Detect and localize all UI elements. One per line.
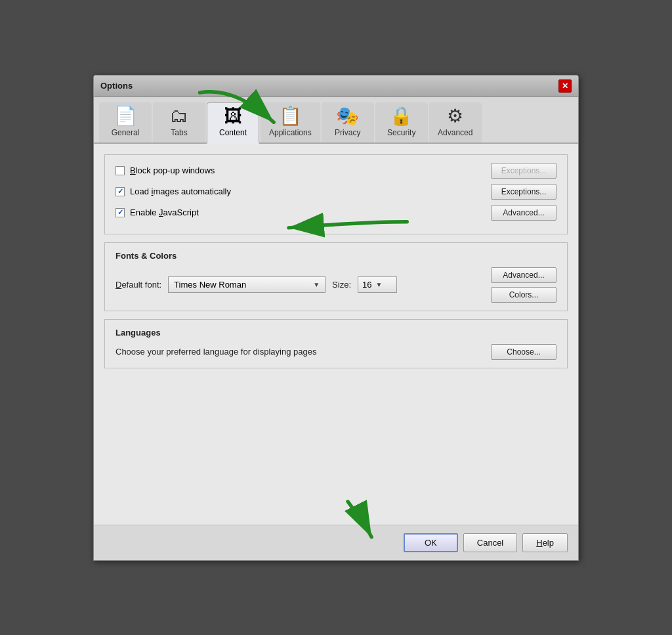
enable-js-label: Enable JavaScript bbox=[130, 208, 199, 217]
enable-js-checkbox[interactable] bbox=[116, 208, 125, 217]
font-dropdown-arrow: ▼ bbox=[313, 281, 320, 288]
block-popup-checkbox[interactable] bbox=[116, 166, 125, 175]
tabs-icon: 🗂 bbox=[170, 107, 188, 125]
tab-security-label: Security bbox=[387, 128, 415, 137]
popup-section: Block pop-up windows Exceptions... Load … bbox=[104, 154, 568, 234]
tab-privacy-label: Privacy bbox=[335, 128, 360, 137]
block-popup-exceptions-button[interactable]: Exceptions... bbox=[491, 163, 556, 179]
tab-content-label: Content bbox=[219, 128, 247, 137]
fonts-advanced-button[interactable]: Advanced... bbox=[491, 267, 556, 283]
privacy-icon: 🎭 bbox=[336, 107, 359, 125]
fonts-section-header: Fonts & Colors bbox=[116, 251, 556, 261]
ok-button[interactable]: OK bbox=[404, 533, 458, 552]
tab-content[interactable]: 🖼 Content bbox=[207, 102, 259, 144]
size-value: 16 bbox=[362, 280, 371, 290]
general-icon: 📄 bbox=[114, 107, 137, 125]
load-images-checkbox[interactable] bbox=[116, 187, 125, 196]
tab-tabs-label: Tabs bbox=[171, 128, 187, 137]
languages-header: Languages bbox=[116, 328, 556, 338]
fonts-section: Fonts & Colors Default font: Times New R… bbox=[104, 242, 568, 311]
block-popup-row: Block pop-up windows Exceptions... bbox=[116, 163, 556, 179]
content-area: Block pop-up windows Exceptions... Load … bbox=[94, 144, 578, 525]
tab-general-label: General bbox=[112, 128, 140, 137]
size-label: Size: bbox=[332, 280, 351, 290]
help-button[interactable]: Help bbox=[522, 533, 568, 552]
tab-advanced-label: Advanced bbox=[438, 128, 472, 137]
font-dropdown[interactable]: Times New Roman ▼ bbox=[168, 276, 326, 293]
block-popup-label: Block pop-up windows bbox=[130, 165, 215, 175]
tab-applications[interactable]: 📋 Applications bbox=[261, 102, 320, 142]
enable-js-left: Enable JavaScript bbox=[116, 208, 199, 217]
window-title: Options bbox=[100, 81, 133, 91]
tab-tabs[interactable]: 🗂 Tabs bbox=[153, 102, 205, 142]
cancel-button[interactable]: Cancel bbox=[463, 533, 517, 552]
bottom-bar: OK Cancel Help bbox=[94, 525, 578, 560]
load-images-left: Load images automatically bbox=[116, 186, 231, 196]
tab-bar: 📄 General 🗂 Tabs 🖼 Content 📋 Application… bbox=[94, 97, 578, 144]
colors-button[interactable]: Colors... bbox=[491, 287, 556, 303]
tab-general[interactable]: 📄 General bbox=[99, 102, 152, 142]
load-images-label: Load images automatically bbox=[130, 186, 231, 196]
languages-description: Choose your preferred language for displ… bbox=[116, 347, 316, 357]
close-button[interactable]: ✕ bbox=[558, 79, 572, 93]
applications-icon: 📋 bbox=[279, 107, 302, 125]
languages-section: Languages Choose your preferred language… bbox=[104, 319, 568, 368]
size-dropdown-arrow: ▼ bbox=[375, 281, 382, 288]
tab-privacy[interactable]: 🎭 Privacy bbox=[322, 102, 374, 142]
title-bar: Options ✕ bbox=[94, 76, 578, 97]
security-icon: 🔒 bbox=[390, 107, 413, 125]
tab-advanced[interactable]: ⚙ Advanced bbox=[429, 102, 482, 142]
load-images-exceptions-button[interactable]: Exceptions... bbox=[491, 184, 556, 200]
enable-js-row: Enable JavaScript Advanced... bbox=[116, 205, 556, 221]
size-dropdown[interactable]: 16 ▼ bbox=[358, 276, 397, 293]
languages-row: Choose your preferred language for displ… bbox=[116, 344, 556, 360]
default-font-label: Default font: bbox=[116, 280, 161, 290]
tab-applications-label: Applications bbox=[269, 128, 312, 137]
advanced-icon: ⚙ bbox=[447, 107, 463, 125]
fonts-inner: Default font: Times New Roman ▼ Size: 16… bbox=[116, 267, 556, 303]
enable-js-advanced-button[interactable]: Advanced... bbox=[491, 205, 556, 221]
content-icon: 🖼 bbox=[224, 107, 242, 125]
tab-security[interactable]: 🔒 Security bbox=[375, 102, 428, 142]
block-popup-left: Block pop-up windows bbox=[116, 165, 215, 175]
choose-language-button[interactable]: Choose... bbox=[491, 344, 556, 360]
load-images-row: Load images automatically Exceptions... bbox=[116, 184, 556, 200]
font-value: Times New Roman bbox=[174, 280, 246, 290]
